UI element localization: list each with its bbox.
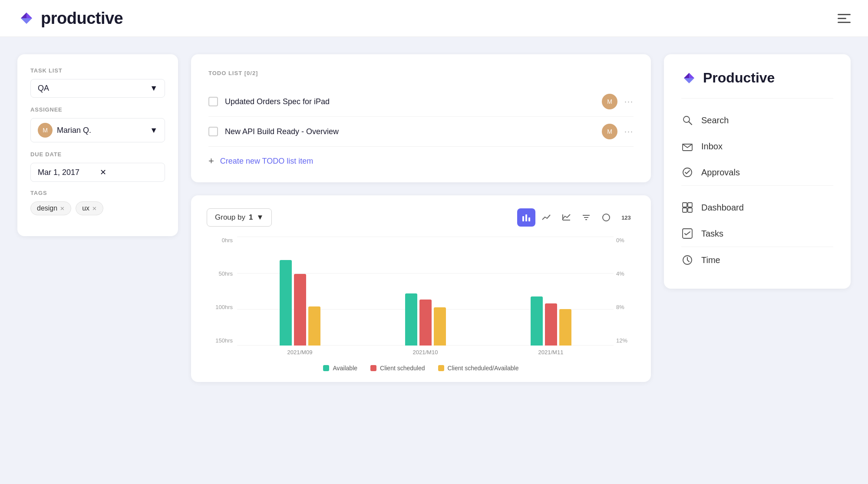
create-todo-button[interactable]: + Create new TODO list item [208, 147, 634, 167]
chevron-down-icon: ▼ [150, 84, 158, 93]
sidebar-item-dashboard[interactable]: Dashboard [681, 194, 833, 221]
month-group-09 [237, 237, 363, 346]
assignee-field: ASSIGNEE M Marian Q. ▼ [30, 106, 165, 142]
y-label-50: 50hrs [207, 270, 237, 277]
hamburger-menu[interactable] [838, 14, 851, 23]
x-label-11: 2021/M11 [488, 349, 614, 356]
search-icon [681, 114, 693, 126]
legend-label-client-available: Client scheduled/Available [448, 365, 519, 372]
right-sidebar: Productive Search Inbox Approvals [664, 54, 851, 289]
number-view-icon-button[interactable]: 123 [617, 208, 635, 227]
tasks-icon [681, 227, 693, 240]
bar-client-scheduled-10 [419, 300, 432, 346]
avatar: M [38, 123, 53, 138]
circle-chart-icon-button[interactable] [597, 208, 615, 227]
assignee-row: M Marian Q. [38, 123, 91, 138]
bar-available-10 [405, 293, 417, 346]
svg-rect-16 [688, 208, 692, 212]
bars-row-09 [280, 247, 320, 346]
sidebar-item-tasks[interactable]: Tasks [681, 221, 833, 247]
bar-chart-icon [521, 213, 531, 222]
sidebar-item-dashboard-label: Dashboard [701, 203, 744, 213]
bar-chart-icon-button[interactable] [517, 208, 535, 227]
task-list-field: TASK LIST QA ▼ [30, 67, 165, 98]
clear-due-date-button[interactable]: ✕ [100, 168, 158, 177]
tags-label: TAGS [30, 190, 165, 196]
remove-tag-ux-button[interactable]: ✕ [92, 205, 97, 212]
y-axis-left: 150hrs 100hrs 50hrs 0hrs [207, 237, 237, 346]
sidebar-item-time[interactable]: Time [681, 247, 833, 273]
sidebar-item-approvals[interactable]: Approvals [681, 159, 833, 185]
y-label-right-12: 12% [614, 337, 635, 344]
svg-rect-15 [683, 208, 687, 212]
area-chart-icon-button[interactable] [557, 208, 575, 227]
legend-dot-client-available [438, 365, 444, 371]
svg-rect-14 [688, 203, 692, 207]
todo-checkbox-1[interactable] [208, 97, 218, 106]
filter-icon [581, 213, 591, 222]
tag-ux-label: ux [82, 204, 89, 212]
line-chart-icon [541, 213, 551, 222]
chart-toolbar: Group by 1 ▼ [207, 208, 635, 227]
circle-icon [601, 213, 611, 222]
sidebar-item-time-label: Time [701, 255, 720, 265]
assignee-dropdown[interactable]: M Marian Q. ▼ [30, 118, 165, 142]
assignee-name: Marian Q. [57, 126, 91, 135]
sidebar-item-search-label: Search [701, 115, 729, 125]
todo-more-menu-1[interactable]: ··· [624, 97, 634, 106]
x-label-09: 2021/M09 [237, 349, 363, 356]
svg-point-8 [603, 214, 610, 221]
y-label-right-4: 4% [614, 270, 635, 277]
svg-rect-13 [683, 203, 687, 207]
sidebar-item-inbox[interactable]: Inbox [681, 133, 833, 159]
sidebar-header: Productive [681, 70, 833, 86]
todo-item-1: Updated Orders Spec for iPad M ··· [208, 87, 634, 117]
bar-client-available-10 [434, 307, 446, 346]
plus-icon: + [208, 155, 214, 167]
logo-area: productive [17, 9, 123, 28]
bar-client-available-09 [308, 306, 320, 346]
group-by-button[interactable]: Group by 1 ▼ [207, 208, 272, 227]
due-date-label: DUE DATE [30, 151, 165, 158]
bar-client-scheduled-11 [545, 303, 557, 346]
main-content: TASK LIST QA ▼ ASSIGNEE M Marian Q. ▼ DU… [0, 37, 868, 484]
area-chart-icon [561, 213, 571, 222]
sidebar-divider-2 [681, 185, 833, 186]
due-date-input[interactable]: Mar 1, 2017 ✕ [30, 163, 165, 182]
svg-rect-2 [528, 217, 530, 221]
tags-row: design ✕ ux ✕ [30, 201, 165, 215]
todo-avatar-2: M [602, 124, 617, 139]
due-date-field: DUE DATE Mar 1, 2017 ✕ [30, 151, 165, 182]
filter-icon-button[interactable] [577, 208, 595, 227]
top-navigation: productive [0, 0, 868, 37]
group-by-num: 1 [249, 213, 253, 222]
todo-avatar-1: M [602, 94, 617, 109]
todo-more-menu-2[interactable]: ··· [624, 127, 634, 136]
task-list-dropdown[interactable]: QA ▼ [30, 79, 165, 98]
time-icon [681, 254, 693, 266]
sidebar-divider [681, 98, 833, 99]
app-title: productive [41, 9, 123, 28]
create-todo-link[interactable]: Create new TODO list item [220, 157, 313, 166]
todo-item-2: New API Build Ready - Overview M ··· [208, 117, 634, 147]
todo-checkbox-2[interactable] [208, 127, 218, 136]
sidebar-item-search[interactable]: Search [681, 107, 833, 133]
bar-client-scheduled-09 [294, 274, 306, 346]
legend-client-scheduled: Client scheduled [370, 365, 425, 372]
sidebar-logo-icon [681, 70, 697, 86]
chart-bars-container [237, 237, 614, 346]
bars-row-10 [405, 247, 446, 346]
todo-item-1-text: Updated Orders Spec for iPad [225, 97, 595, 106]
inbox-icon [681, 140, 693, 152]
dashboard-icon [681, 201, 693, 214]
task-filter-card: TASK LIST QA ▼ ASSIGNEE M Marian Q. ▼ DU… [17, 54, 178, 236]
line-chart-icon-button[interactable] [537, 208, 555, 227]
remove-tag-design-button[interactable]: ✕ [60, 205, 65, 212]
bar-client-available-11 [559, 309, 571, 346]
sidebar-title: Productive [703, 70, 775, 86]
tag-ux: ux ✕ [76, 201, 103, 215]
bars-row-11 [531, 247, 571, 346]
bar-available-09 [280, 260, 292, 346]
legend-client-available: Client scheduled/Available [438, 365, 519, 372]
y-label-100: 100hrs [207, 304, 237, 310]
